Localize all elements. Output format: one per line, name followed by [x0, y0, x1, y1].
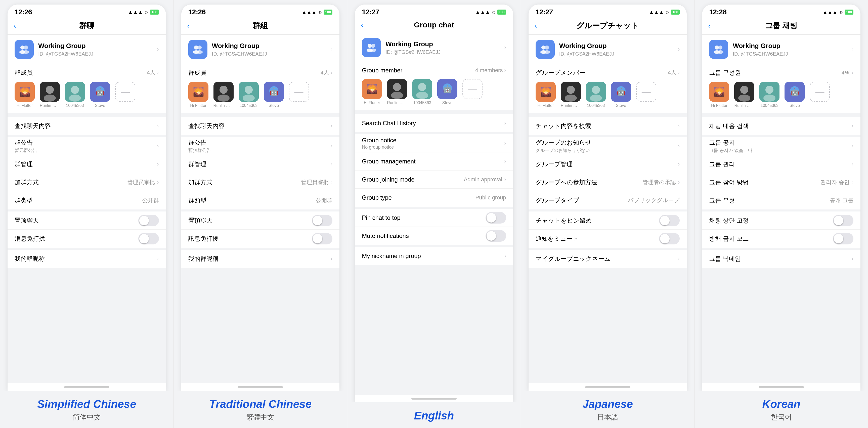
members-header[interactable]: 그룹 구성원4명› — [702, 64, 861, 79]
member-item[interactable]: 🌄Hi Flutter — [709, 82, 729, 108]
group-notice-row[interactable]: グループのお知らせグループのお知らせがない› — [529, 137, 687, 155]
member-avatar: 🤖 — [264, 82, 284, 102]
group-management-row[interactable]: Group management› — [355, 152, 513, 171]
group-header[interactable]: Working GroupID: @TGS#2HW6EAEJJ› — [529, 35, 687, 64]
members-header[interactable]: 群成员4人› — [7, 64, 166, 79]
member-item[interactable]: 10045363 — [65, 82, 85, 108]
back-button[interactable]: ‹ — [534, 22, 537, 30]
group-type-row[interactable]: 群类型公开群 — [7, 191, 166, 210]
group-type-row[interactable]: グループタイプパブリックグループ — [529, 191, 687, 210]
back-button[interactable]: ‹ — [361, 21, 363, 29]
group-header[interactable]: Working GroupID: @TGS#2HW6EAEJJ› — [181, 35, 340, 64]
toggle-switch[interactable] — [486, 212, 506, 223]
nickname-row[interactable]: 그룹 닉네임› — [702, 250, 861, 268]
group-notice-row[interactable]: 그룹 공지그룹 공지가 없습니다› — [702, 137, 861, 155]
toggle-switch[interactable] — [833, 215, 854, 226]
toggle-switch[interactable] — [312, 233, 333, 244]
member-item[interactable]: 🤖Steve — [437, 79, 457, 105]
toggle-switch[interactable] — [138, 233, 159, 244]
group-type-row[interactable]: 群類型公開群 — [181, 191, 340, 210]
toggle-switch[interactable] — [659, 233, 680, 244]
chevron-right-icon: › — [331, 143, 333, 149]
add-member-button[interactable]: — — [810, 82, 830, 108]
back-button[interactable]: ‹ — [708, 22, 710, 30]
search-chat-history-row[interactable]: Search Chat History› — [355, 114, 513, 132]
nav-bar: ‹グループチャット — [529, 18, 687, 35]
chevron-right-icon: › — [678, 161, 680, 167]
search-chat-history-row[interactable]: チャット内容を検索› — [529, 117, 687, 135]
back-button[interactable]: ‹ — [13, 22, 16, 30]
search-chat-history-row[interactable]: 查找聊天內容› — [181, 117, 340, 135]
toggle-section: チャットをピン留め通知をミュート — [529, 212, 687, 248]
member-item[interactable]: 10045363 — [412, 79, 432, 105]
join-mode-row[interactable]: Group joining modeAdmin approval› — [355, 171, 513, 189]
group-management-row[interactable]: 群管理› — [181, 155, 340, 173]
members-count: 4 members› — [475, 67, 506, 74]
members-header[interactable]: Group member4 members› — [355, 62, 513, 77]
toggle-switch[interactable] — [486, 230, 506, 242]
group-notice-row[interactable]: 群公告暂无群公告› — [7, 137, 166, 155]
group-name: Working Group — [733, 42, 851, 50]
row-label: 채팅 상단 고정 — [709, 216, 833, 224]
add-member-button[interactable]: — — [462, 79, 483, 105]
toggle-switch[interactable] — [833, 233, 854, 244]
nickname-row[interactable]: マイグループニックネーム› — [529, 250, 687, 268]
nickname-row[interactable]: 我的群昵稱› — [181, 250, 340, 268]
group-header[interactable]: Working GroupID: @TGS#2HW6EAEJJ› — [355, 33, 513, 62]
back-button[interactable]: ‹ — [187, 22, 190, 30]
row-value: 공개 그룹 — [830, 197, 854, 204]
join-mode-row[interactable]: 加群方式管理員審批› — [181, 173, 340, 191]
member-item[interactable]: Runlin Wang — [387, 79, 407, 105]
svg-point-3 — [23, 50, 29, 54]
toggle-switch[interactable] — [659, 215, 680, 226]
row-value: パブリックグループ — [628, 197, 680, 204]
row-main-label: グループのお知らせ — [535, 139, 592, 147]
member-item[interactable]: 🌄Hi Flutter — [14, 82, 35, 108]
member-item[interactable]: 10045363 — [760, 82, 779, 108]
svg-text:🌄: 🌄 — [366, 84, 378, 94]
group-type-row[interactable]: Group typePublic group — [355, 189, 513, 207]
member-item[interactable]: Runlin Wang — [214, 82, 234, 108]
group-header[interactable]: Working GroupID: @TGS#2HW6EAEJJ› — [702, 35, 861, 64]
toggle-switch[interactable] — [312, 215, 333, 226]
add-member-button[interactable]: — — [115, 82, 135, 108]
member-item[interactable]: 🤖Steve — [264, 82, 284, 108]
group-notice-row[interactable]: Group noticeNo group notice› — [355, 134, 513, 152]
join-mode-row[interactable]: 그룹 참여 방법관리자 승인› — [702, 173, 861, 191]
member-item[interactable]: 🤖Steve — [611, 82, 631, 108]
member-item[interactable]: Runlin Wang — [40, 82, 60, 108]
members-header[interactable]: グループメンバー4人› — [529, 64, 687, 79]
group-notice-row[interactable]: 群公告暫無群公告› — [181, 137, 340, 155]
group-type-row[interactable]: 그룹 유형공개 그룹 — [702, 191, 861, 210]
join-mode-row[interactable]: 加群方式管理员审批› — [7, 173, 166, 191]
group-management-row[interactable]: 그룹 관리› — [702, 155, 861, 173]
search-chat-history-row[interactable]: 查找聊天内容› — [7, 117, 166, 135]
search-chat-history-row[interactable]: 채팅 내용 검색› — [702, 117, 861, 135]
member-name: Runlin Wang — [214, 103, 234, 108]
member-item[interactable]: 🤖Steve — [784, 82, 805, 108]
member-item[interactable]: 🌄Hi Flutter — [362, 79, 382, 105]
nickname-row[interactable]: 我的群昵称› — [7, 250, 166, 268]
join-mode-row[interactable]: グループへの参加方法管理者の承認› — [529, 173, 687, 191]
signal-icon: ▲▲▲ — [128, 9, 143, 15]
svg-point-26 — [243, 95, 255, 101]
add-member-icon: — — [462, 79, 483, 99]
group-management-row[interactable]: グループ管理› — [529, 155, 687, 173]
member-item[interactable]: 🌄Hi Flutter — [188, 82, 209, 108]
svg-point-23 — [217, 95, 229, 101]
member-item[interactable]: Runlin Wang — [561, 82, 581, 108]
group-header[interactable]: Working GroupID: @TGS#2HW6EAEJJ› — [7, 35, 166, 64]
add-member-button[interactable]: — — [289, 82, 309, 108]
toggle-switch[interactable] — [138, 215, 159, 226]
row-label: 群管理 — [14, 160, 157, 168]
group-management-row[interactable]: 群管理› — [7, 155, 166, 173]
member-item[interactable]: 10045363 — [239, 82, 259, 108]
member-item[interactable]: 10045363 — [586, 82, 606, 108]
members-header[interactable]: 群成員4人› — [181, 64, 340, 79]
member-item[interactable]: 🌄Hi Flutter — [535, 82, 556, 108]
add-member-button[interactable]: — — [636, 82, 656, 108]
member-item[interactable]: Runlin Wang — [734, 82, 754, 108]
nickname-row[interactable]: My nickname in group› — [355, 247, 513, 265]
row-right: › — [331, 161, 333, 167]
member-item[interactable]: 🤖Steve — [90, 82, 110, 108]
